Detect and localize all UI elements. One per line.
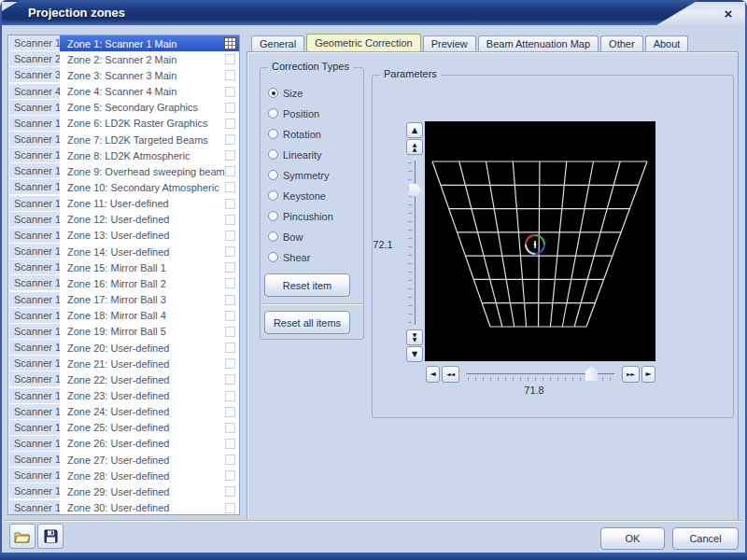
- tab-about[interactable]: About: [645, 35, 689, 51]
- h-slider-page-left-button[interactable]: ◄◄: [442, 366, 459, 383]
- list-item[interactable]: Scanner 1Zone 25: User-defined: [8, 420, 239, 436]
- list-item[interactable]: Scanner 1Zone 5: Secondary Graphics: [8, 100, 239, 116]
- close-icon[interactable]: ×: [719, 4, 738, 22]
- radio-size[interactable]: Size: [268, 88, 333, 98]
- list-item[interactable]: Scanner 1Zone 18: Mirror Ball 4: [8, 308, 239, 324]
- scanner-label: Scanner 1: [9, 179, 60, 194]
- tab-general[interactable]: General: [251, 35, 304, 51]
- list-item[interactable]: Scanner 1Zone 20: User-defined: [8, 340, 239, 356]
- h-slider-page-right-button[interactable]: ►►: [622, 366, 640, 383]
- open-file-button[interactable]: [9, 524, 35, 549]
- zone-checkbox[interactable]: [225, 343, 235, 353]
- zone-checkbox[interactable]: [225, 295, 235, 305]
- zone-checkbox[interactable]: [225, 470, 235, 481]
- list-item[interactable]: Scanner 1Zone 29: User-defined: [8, 483, 239, 499]
- zone-checkbox[interactable]: [225, 150, 235, 161]
- list-item[interactable]: Scanner 1Zone 28: User-defined: [8, 468, 239, 483]
- list-item[interactable]: Scanner 1Zone 17: Mirror Ball 3: [8, 292, 239, 308]
- zone-checkbox[interactable]: [225, 311, 235, 321]
- reset-all-items-button[interactable]: Reset all items: [264, 311, 350, 334]
- save-file-button[interactable]: [37, 524, 63, 549]
- list-item[interactable]: Scanner 1Zone 13: User-defined: [8, 228, 239, 244]
- zone-checkbox[interactable]: [225, 134, 235, 145]
- zone-checkbox[interactable]: [225, 70, 235, 80]
- v-slider-page-down-button[interactable]: ▼ ▼: [406, 329, 423, 345]
- zone-checkbox[interactable]: [225, 182, 235, 192]
- zone-checkbox[interactable]: [225, 278, 235, 288]
- projection-grid-canvas[interactable]: [425, 121, 655, 361]
- list-item[interactable]: Scanner 1Zone 7: LD2K Targeted Beams: [8, 132, 239, 147]
- title-bar[interactable]: Projection zones ×: [0, 0, 747, 28]
- zone-label: Zone 22: User-defined: [60, 374, 225, 385]
- radio-pincushion[interactable]: Pincushion: [268, 211, 333, 221]
- h-slider-left-button[interactable]: ◄: [426, 366, 440, 383]
- list-item[interactable]: Scanner 1Zone 8: LD2K Atmospheric: [8, 147, 239, 163]
- zone-checkbox[interactable]: [225, 503, 235, 513]
- list-item[interactable]: Scanner 1Zone 26: User-defined: [8, 436, 239, 452]
- zone-checkbox[interactable]: [225, 246, 235, 257]
- zone-checkbox[interactable]: [225, 231, 235, 241]
- zone-checkbox[interactable]: [225, 199, 235, 209]
- tab-preview[interactable]: Preview: [423, 35, 476, 51]
- zone-list[interactable]: Scanner 1Zone 1: Scanner 1 MainScanner 2…: [7, 35, 240, 515]
- tab-other[interactable]: Other: [600, 35, 643, 51]
- list-item[interactable]: Scanner 1Zone 12: User-defined: [8, 212, 239, 228]
- list-item[interactable]: Scanner 1Zone 14: User-defined: [8, 244, 239, 259]
- zone-label: Zone 21: User-defined: [60, 358, 225, 370]
- list-item[interactable]: Scanner 1Zone 21: User-defined: [8, 356, 239, 371]
- zone-checkbox[interactable]: [225, 103, 235, 113]
- list-item[interactable]: Scanner 1Zone 1: Scanner 1 Main: [8, 35, 239, 51]
- list-item[interactable]: Scanner 1Zone 15: Mirror Ball 1: [8, 259, 239, 275]
- list-item[interactable]: Scanner 1Zone 24: User-defined: [8, 404, 239, 420]
- zone-checkbox[interactable]: [225, 215, 235, 225]
- zone-checkbox[interactable]: [225, 358, 235, 369]
- list-item[interactable]: Scanner 1Zone 10: Secondary Atmospheric: [8, 179, 239, 195]
- radio-linearity[interactable]: Linearity: [268, 149, 333, 160]
- zone-checkbox[interactable]: [225, 455, 235, 465]
- zone-checkbox[interactable]: [225, 262, 235, 273]
- list-item[interactable]: Scanner 1Zone 23: User-defined: [8, 387, 239, 403]
- list-item[interactable]: Scanner 1Zone 27: User-defined: [8, 452, 239, 468]
- double-down-arrow-icon: ▼ ▼: [413, 333, 417, 342]
- h-slider-right-button[interactable]: ►: [641, 366, 655, 383]
- zone-checkbox[interactable]: [225, 54, 235, 64]
- zone-checkbox[interactable]: [225, 486, 235, 497]
- up-arrow-icon: ▲: [412, 127, 417, 134]
- list-item[interactable]: Scanner 1Zone 19: Mirror Ball 5: [8, 324, 239, 340]
- v-slider-page-up-button[interactable]: ▲ ▲: [406, 139, 423, 155]
- v-slider-up-button[interactable]: ▲: [406, 122, 423, 138]
- list-item[interactable]: Scanner 1Zone 22: User-defined: [8, 371, 239, 387]
- v-slider-down-button[interactable]: ▼: [406, 346, 423, 362]
- cancel-button[interactable]: Cancel: [672, 527, 739, 550]
- list-item[interactable]: Scanner 3Zone 3: Scanner 3 Main: [8, 67, 239, 83]
- radio-bow[interactable]: Bow: [268, 231, 333, 242]
- zone-checkbox[interactable]: [225, 391, 235, 401]
- list-item[interactable]: Scanner 1Zone 9: Overhead sweeping beams: [8, 163, 239, 179]
- zone-checkbox[interactable]: [225, 166, 235, 176]
- reset-item-button[interactable]: Reset item: [264, 273, 350, 297]
- zone-checkbox[interactable]: [225, 423, 235, 433]
- tab-beam-attenuation-map[interactable]: Beam Attenuation Map: [478, 35, 599, 51]
- radio-rotation[interactable]: Rotation: [268, 129, 333, 139]
- radio-shear[interactable]: Shear: [268, 252, 333, 262]
- zone-checkbox[interactable]: [225, 87, 235, 97]
- radio-keystone[interactable]: Keystone: [268, 190, 333, 201]
- zone-checkbox[interactable]: [225, 119, 235, 129]
- zone-checkbox[interactable]: [225, 374, 235, 385]
- scanner-label: Scanner 1: [9, 420, 60, 435]
- zone-checkbox[interactable]: [225, 439, 235, 449]
- list-item[interactable]: Scanner 1Zone 30: User-defined: [8, 500, 239, 515]
- list-item[interactable]: Scanner 4Zone 4: Scanner 4 Main: [8, 83, 239, 99]
- list-item[interactable]: Scanner 1Zone 6: LD2K Raster Graphics: [8, 116, 239, 132]
- radio-position[interactable]: Position: [268, 108, 333, 119]
- zone-checkbox[interactable]: [225, 327, 235, 337]
- radio-symmetry[interactable]: Symmetry: [268, 170, 333, 180]
- list-item[interactable]: Scanner 1Zone 11: User-defined: [8, 196, 239, 212]
- list-item[interactable]: Scanner 2Zone 2: Scanner 2 Main: [8, 51, 239, 67]
- list-item[interactable]: Scanner 1Zone 16: Mirror Ball 2: [8, 275, 239, 291]
- footer-divider: [3, 520, 744, 522]
- zone-checkbox[interactable]: [225, 407, 235, 417]
- ok-button[interactable]: OK: [600, 527, 665, 550]
- scanner-label: Scanner 1: [9, 388, 60, 403]
- tab-geometric-correction[interactable]: Geometric Correction: [306, 34, 421, 51]
